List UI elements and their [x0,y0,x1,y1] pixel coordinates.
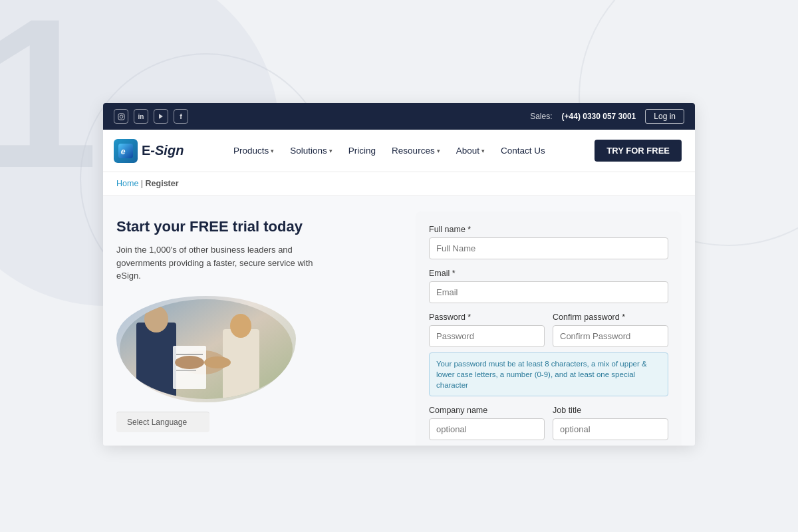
password-row: Password * Confirm password * [429,313,668,356]
sales-phone: (+44) 0330 057 3001 [562,112,636,121]
sales-label: Sales: [530,112,552,121]
resources-chevron-icon: ▾ [437,148,440,154]
page-heading: Start your FREE trial today [116,218,402,235]
nav-resources[interactable]: Resources ▾ [385,142,447,160]
svg-point-18 [175,356,204,369]
svg-point-19 [204,356,231,368]
page-body: Start your FREE trial today Join the 1,0… [103,196,695,446]
svg-point-1 [120,115,123,118]
login-button[interactable]: Log in [645,109,684,124]
email-group: Email * [429,269,668,303]
password-group: Password * [429,313,545,347]
logo-icon: e [114,139,138,163]
top-bar: in f Sales: (+44) 0330 057 3001 Log in [103,103,695,130]
logo-text: E-Sign [142,143,184,158]
svg-point-2 [122,114,123,115]
confirm-password-label: Confirm password * [553,313,668,322]
nav-solutions[interactable]: Solutions ▾ [283,142,339,160]
confirm-password-group: Confirm password * [553,313,668,347]
breadcrumb: Home | Register [103,172,695,196]
select-language-label: Select Language [127,418,187,427]
social-icons-group: in f [114,109,188,124]
full-name-group: Full name * [429,225,668,259]
about-chevron-icon: ▾ [481,148,485,154]
company-name-group: Company name [429,406,545,440]
solutions-chevron-icon: ▾ [329,148,332,154]
linkedin-icon[interactable]: in [134,109,148,124]
password-hint: Your password must be at least 8 charact… [429,352,668,396]
facebook-icon[interactable]: f [174,109,188,124]
confirm-password-input[interactable] [553,325,668,347]
job-title-group: Job title [553,406,668,440]
hero-image [116,296,296,402]
top-bar-right: Sales: (+44) 0330 057 3001 Log in [530,109,684,124]
bg-number: 1 [0,0,98,200]
svg-point-11 [230,314,251,338]
svg-text:e: e [121,146,126,156]
nav-about[interactable]: About ▾ [450,142,491,160]
nav-products[interactable]: Products ▾ [227,142,281,160]
nav-bar: e E-Sign Products ▾ Solutions ▾ Pricing … [103,130,695,172]
svg-marker-3 [159,114,163,119]
breadcrumb-separator: | [141,179,143,188]
password-label: Password * [429,313,545,322]
page-subtext: Join the 1,000's of other business leade… [116,243,329,283]
svg-rect-0 [118,113,124,119]
company-name-input[interactable] [429,418,545,440]
svg-point-9 [144,306,168,332]
select-language-bar[interactable]: Select Language [116,412,209,432]
main-card: in f Sales: (+44) 0330 057 3001 Log in [103,103,695,446]
job-title-input[interactable] [553,418,668,440]
svg-rect-8 [136,323,176,402]
email-input[interactable] [429,281,668,303]
nav-pricing[interactable]: Pricing [342,142,382,160]
youtube-icon[interactable] [154,109,168,124]
left-column: Start your FREE trial today Join the 1,0… [116,211,402,446]
nav-contact[interactable]: Contact Us [494,142,552,160]
company-name-label: Company name [429,406,545,415]
products-chevron-icon: ▾ [271,148,274,154]
breadcrumb-current: Register [146,179,179,188]
password-input[interactable] [429,325,545,347]
nav-menu: Products ▾ Solutions ▾ Pricing Resources… [227,142,552,160]
breadcrumb-home[interactable]: Home [116,179,138,188]
job-title-label: Job title [553,406,668,415]
logo[interactable]: e E-Sign [114,139,184,163]
company-job-row: Company name Job title [429,406,668,446]
registration-form: Full name * Email * Password * [416,211,682,446]
instagram-icon[interactable] [114,109,128,124]
full-name-input[interactable] [429,237,668,259]
email-label: Email * [429,269,668,278]
full-name-label: Full name * [429,225,668,234]
try-free-button[interactable]: TRY FOR FREE [595,140,682,162]
